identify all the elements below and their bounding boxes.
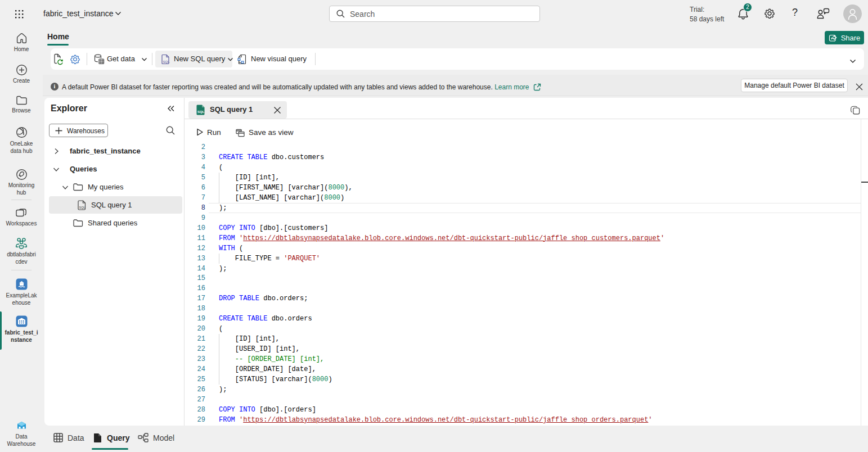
svg-text:SQL: SQL (79, 206, 86, 209)
svg-text:SQL: SQL (163, 60, 170, 64)
svg-text:SQL: SQL (197, 110, 205, 114)
